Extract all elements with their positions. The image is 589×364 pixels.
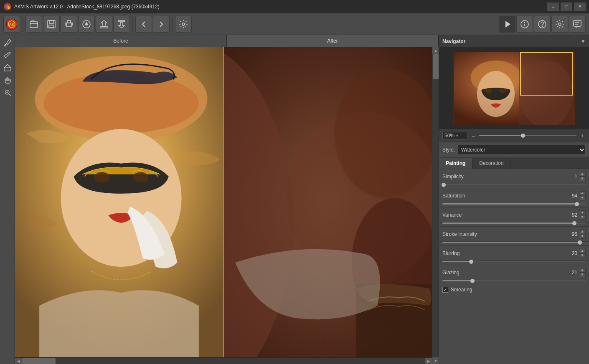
spin-down-blurring[interactable]: ▼ bbox=[579, 253, 586, 258]
forward-button[interactable] bbox=[153, 16, 170, 33]
spin-down-stroke-intensity[interactable]: ▼ bbox=[579, 234, 586, 239]
hscroll-thumb[interactable] bbox=[22, 358, 56, 364]
tab-after[interactable]: After bbox=[227, 35, 439, 47]
right-panel: Navigator ▼ bbox=[439, 35, 589, 364]
prefs-button[interactable] bbox=[551, 16, 568, 33]
chat-button[interactable] bbox=[569, 16, 586, 33]
vscroll-thumb[interactable] bbox=[433, 54, 439, 79]
hscroll-right-btn[interactable]: ▶ bbox=[425, 358, 432, 364]
spin-up-simplicity[interactable]: ▲ bbox=[579, 172, 586, 177]
help-button[interactable] bbox=[534, 16, 551, 33]
slider-saturation[interactable] bbox=[442, 203, 586, 205]
zoom-dropdown-icon[interactable]: ▼ bbox=[455, 134, 459, 138]
style-row: Style: Watercolor Oil Paint Pencil Sketc… bbox=[439, 142, 589, 158]
print-button[interactable] bbox=[61, 16, 77, 33]
canvas-hscroll: ◀ ▶ bbox=[15, 357, 432, 364]
param-row-variance: Variance 92 ▲ ▼ bbox=[439, 207, 589, 222]
navigator-preview[interactable] bbox=[439, 48, 589, 129]
svg-point-12 bbox=[85, 23, 88, 25]
slider-glazing[interactable] bbox=[442, 280, 586, 281]
settings-button[interactable] bbox=[175, 16, 192, 33]
toolbar: AK bbox=[0, 13, 589, 35]
param-label-variance: Variance bbox=[442, 212, 561, 218]
maximize-button[interactable]: □ bbox=[561, 3, 572, 11]
toolbar-separator-1 bbox=[23, 17, 23, 32]
slider-row-glazing bbox=[439, 280, 589, 284]
window-controls: – □ ✕ bbox=[547, 3, 586, 11]
back-button[interactable] bbox=[135, 16, 152, 33]
spin-up-variance[interactable]: ▲ bbox=[579, 210, 586, 215]
svg-text:🎭: 🎭 bbox=[5, 4, 10, 10]
param-value-simplicity: 1 bbox=[561, 174, 577, 179]
zoom-minus-btn[interactable]: – bbox=[470, 132, 477, 139]
tab-painting[interactable]: Painting bbox=[439, 158, 472, 169]
zoom-value[interactable]: 50% ▼ bbox=[442, 132, 467, 139]
slider-variance[interactable] bbox=[442, 222, 586, 224]
svg-point-22 bbox=[559, 23, 561, 25]
svg-point-15 bbox=[182, 23, 185, 25]
spin-down-saturation[interactable]: ▼ bbox=[579, 196, 586, 200]
eraser-tool[interactable] bbox=[2, 62, 13, 73]
before-canvas[interactable] bbox=[15, 47, 224, 357]
navigator-zoom: 50% ▼ – + bbox=[439, 129, 589, 142]
save-button[interactable] bbox=[43, 16, 60, 33]
share3-button[interactable] bbox=[113, 16, 130, 33]
canvas-vscroll: ▲ ▼ bbox=[432, 47, 439, 364]
spin-down-glazing[interactable]: ▼ bbox=[579, 273, 586, 277]
smearing-checkbox[interactable]: ✓ bbox=[442, 287, 448, 293]
navigator-collapse-btn[interactable]: ▼ bbox=[581, 38, 586, 44]
spin-down-variance[interactable]: ▼ bbox=[579, 215, 586, 220]
canvas-area: Before After bbox=[15, 35, 439, 364]
param-spinner-variance: ▲ ▼ bbox=[579, 210, 586, 220]
style-select[interactable]: Watercolor Oil Paint Pencil Sketch Comic… bbox=[457, 145, 586, 155]
canvas-viewport[interactable] bbox=[15, 47, 432, 357]
left-panel bbox=[0, 35, 15, 364]
param-spinner-stroke-intensity: ▲ ▼ bbox=[579, 230, 586, 239]
brush-tool[interactable] bbox=[2, 49, 13, 61]
zoom-tool[interactable] bbox=[2, 87, 13, 99]
toolbar-right bbox=[499, 16, 586, 33]
param-spinner-saturation: ▲ ▼ bbox=[579, 191, 586, 200]
vscroll-up-btn[interactable]: ▲ bbox=[432, 47, 439, 54]
dropper-tool[interactable] bbox=[2, 37, 13, 48]
svg-marker-16 bbox=[505, 21, 510, 28]
zoom-slider[interactable] bbox=[479, 135, 576, 136]
spin-up-stroke-intensity[interactable]: ▲ bbox=[579, 230, 586, 234]
param-spinner-simplicity: ▲ ▼ bbox=[579, 172, 586, 181]
param-spinner-glazing: ▲ ▼ bbox=[579, 268, 586, 277]
share1-button[interactable] bbox=[78, 16, 95, 33]
svg-point-37 bbox=[94, 172, 109, 182]
after-canvas[interactable] bbox=[224, 47, 432, 357]
hscroll-left-btn[interactable]: ◀ bbox=[15, 358, 22, 364]
tab-decoration[interactable]: Decoration bbox=[472, 158, 510, 169]
share2-button[interactable] bbox=[96, 16, 112, 33]
info-button[interactable] bbox=[516, 16, 533, 33]
navigator-image bbox=[454, 52, 575, 125]
param-label-simplicity: Simplicity bbox=[442, 174, 561, 179]
svg-rect-9 bbox=[66, 23, 71, 27]
spin-up-glazing[interactable]: ▲ bbox=[579, 268, 586, 273]
param-row-glazing: Glazing 21 ▲ ▼ bbox=[439, 265, 589, 280]
style-label: Style: bbox=[442, 147, 455, 153]
logo-button[interactable]: AK bbox=[3, 16, 20, 33]
open-button[interactable] bbox=[25, 16, 42, 33]
close-button[interactable]: ✕ bbox=[574, 3, 586, 11]
param-row-blurring: Blurring 20 ▲ ▼ bbox=[439, 246, 589, 261]
minimize-button[interactable]: – bbox=[547, 3, 559, 11]
tab-before[interactable]: Before bbox=[15, 35, 227, 47]
svg-rect-10 bbox=[67, 20, 71, 23]
smearing-row: ✓ Smearing bbox=[439, 284, 589, 295]
slider-stroke-intensity[interactable] bbox=[442, 242, 586, 243]
svg-rect-23 bbox=[574, 20, 581, 26]
spin-up-saturation[interactable]: ▲ bbox=[579, 191, 586, 196]
zoom-plus-btn[interactable]: + bbox=[579, 132, 586, 139]
slider-blurring[interactable] bbox=[442, 261, 586, 262]
spin-down-simplicity[interactable]: ▼ bbox=[579, 177, 586, 181]
hand-tool[interactable] bbox=[2, 74, 13, 86]
svg-rect-7 bbox=[49, 20, 53, 23]
toolbar-separator-2 bbox=[132, 17, 133, 32]
spin-up-blurring[interactable]: ▲ bbox=[579, 249, 586, 253]
run-button[interactable] bbox=[499, 16, 515, 33]
slider-simplicity[interactable] bbox=[442, 184, 586, 185]
vscroll-down-btn[interactable]: ▼ bbox=[432, 357, 439, 364]
